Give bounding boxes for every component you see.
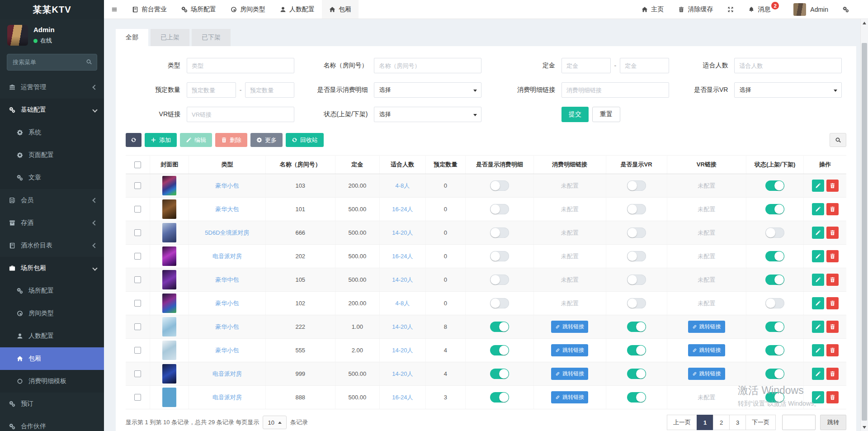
row-delete-button[interactable] [826,344,839,356]
room-type-link[interactable]: 电音派对房 [212,394,242,401]
sidebar-item-basic-config[interactable]: 基础配置 [0,99,104,121]
sidebar-item-members[interactable]: 会员 [0,189,104,212]
column-header[interactable]: VR链接 [667,156,746,174]
capacity-link[interactable]: 4-8人 [395,300,410,307]
capacity-link[interactable]: 14-20人 [392,276,413,283]
status-toggle[interactable] [765,345,784,355]
show-vr-toggle[interactable] [627,322,646,332]
capacity-link[interactable]: 14-20人 [392,229,413,236]
recycle-bin-button[interactable]: 回收站 [286,133,324,147]
room-cover-image[interactable] [162,176,176,195]
row-delete-button[interactable] [826,297,839,309]
column-header[interactable]: 定金 [335,156,380,174]
row-checkbox[interactable] [134,300,141,307]
vr-link-input[interactable] [187,107,294,122]
sidebar-item-page-config[interactable]: 页面配置 [0,144,104,166]
column-header[interactable]: 封面图 [150,156,189,174]
row-checkbox[interactable] [134,276,141,283]
row-delete-button[interactable] [826,274,839,286]
row-edit-button[interactable] [812,274,824,286]
show-detail-toggle[interactable] [490,204,509,214]
vr-link-button[interactable]: 跳转链接 [688,368,725,380]
room-type-link[interactable]: 豪华小包 [215,323,239,330]
capacity-link[interactable]: 16-24人 [392,394,413,401]
room-cover-image[interactable] [162,388,176,407]
row-delete-button[interactable] [826,180,839,192]
sidebar-toggle-button[interactable] [104,0,125,19]
nav-tab-venue-config[interactable]: 场所配置 [174,0,223,19]
row-edit-button[interactable] [812,391,824,403]
row-delete-button[interactable] [826,203,839,215]
room-type-link[interactable]: 电音派对房 [212,253,242,260]
row-edit-button[interactable] [812,203,824,215]
show-detail-select[interactable]: 选择 [374,82,481,98]
room-type-link[interactable]: 豪华小包 [215,182,239,189]
room-cover-image[interactable] [162,317,176,336]
capacity-input[interactable] [734,58,842,73]
status-toggle[interactable] [765,204,784,214]
row-checkbox[interactable] [134,206,141,213]
row-checkbox[interactable] [134,323,141,330]
row-edit-button[interactable] [812,321,824,333]
show-detail-toggle[interactable] [490,345,509,355]
show-vr-toggle[interactable] [627,251,646,261]
row-delete-button[interactable] [826,227,839,239]
status-toggle[interactable] [765,180,784,191]
row-checkbox[interactable] [134,253,141,260]
delete-button[interactable]: 删除 [215,133,247,147]
sidebar-item-venue-rooms[interactable]: 场所包厢 [0,257,104,279]
room-cover-image[interactable] [162,364,176,384]
menu-search-input[interactable] [7,54,97,71]
room-name-input[interactable] [374,58,481,73]
submit-button[interactable]: 提交 [561,107,589,122]
show-detail-toggle[interactable] [490,275,509,285]
page-button-1[interactable]: 1 [697,415,713,430]
nav-tab-room-type[interactable]: 房间类型 [223,0,273,19]
row-checkbox[interactable] [134,347,141,354]
sidebar-item-system[interactable]: 系统 [0,121,104,144]
column-header[interactable]: 是否显示VR [606,156,667,174]
room-type-link[interactable]: 5D6D全境派对房 [205,229,249,236]
status-select[interactable]: 选择 [374,107,481,122]
page-size-select[interactable]: 10 [263,416,286,429]
show-vr-toggle[interactable] [627,204,646,214]
show-vr-toggle[interactable] [627,275,646,285]
row-edit-button[interactable] [812,344,824,356]
sidebar-item-drink-price-list[interactable]: 酒水价目表 [0,234,104,257]
row-delete-button[interactable] [826,250,839,262]
deposit-min-input[interactable] [561,58,611,73]
detail-link-button[interactable]: 跳转链接 [551,344,588,356]
sidebar-item-detail-template[interactable]: 消费明细模板 [0,370,104,393]
show-detail-toggle[interactable] [490,322,509,332]
capacity-link[interactable]: 4-8人 [395,182,410,189]
nav-messages[interactable]: 消息2 [741,0,786,19]
nav-tab-front-desk[interactable]: 前台营业 [125,0,174,19]
column-header[interactable]: 类型 [189,156,265,174]
sidebar-item-venue-config[interactable]: 场所配置 [0,279,104,302]
show-vr-toggle[interactable] [627,345,646,355]
capacity-link[interactable]: 14-20人 [392,323,413,330]
capacity-link[interactable]: 16-24人 [392,206,413,213]
status-toggle[interactable] [765,392,784,403]
status-toggle[interactable] [765,275,784,285]
column-header[interactable]: 适合人数 [379,156,425,174]
room-type-link[interactable]: 豪华小包 [215,347,239,354]
edit-button[interactable]: 编辑 [180,133,212,147]
page-button-3[interactable]: 3 [729,415,746,430]
more-button[interactable]: 更多 [250,133,283,147]
tab-0[interactable]: 全部 [116,29,148,46]
room-cover-image[interactable] [162,341,176,360]
row-edit-button[interactable] [812,180,824,192]
room-cover-image[interactable] [162,199,176,219]
nav-user-menu[interactable]: Admin [786,0,835,19]
add-button[interactable]: 添加 [145,133,177,147]
column-header[interactable]: 操作 [804,156,846,174]
sidebar-item-people-config[interactable]: 人数配置 [0,325,104,347]
sidebar-item-room-type[interactable]: 房间类型 [0,302,104,325]
row-checkbox[interactable] [134,370,141,377]
detail-link-button[interactable]: 跳转链接 [551,391,588,403]
refresh-button[interactable] [126,133,142,147]
tab-2[interactable]: 已下架 [192,29,231,46]
nav-fullscreen[interactable] [720,0,741,19]
detail-link-input[interactable] [561,82,669,98]
